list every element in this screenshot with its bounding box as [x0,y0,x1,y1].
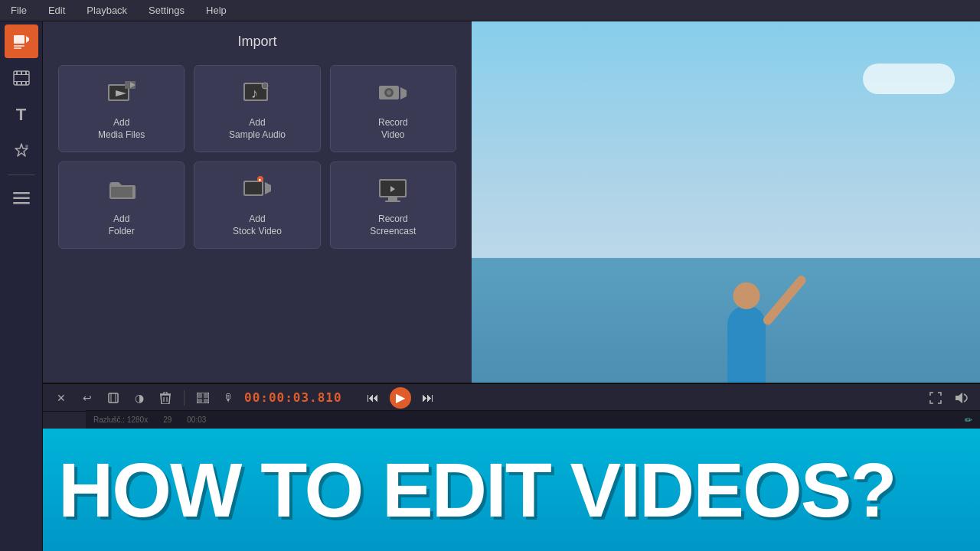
svg-marker-1 [26,36,29,43]
svg-rect-3 [14,47,21,49]
cut-tool[interactable]: ✕ [51,387,72,409]
banner-text: HOW TO EDIT VIDEOS? [58,452,896,528]
add-folder-icon [106,176,137,207]
timeline-toolbar: ✕ ↩ ◑ [43,384,980,412]
svg-text:♪: ♪ [251,86,258,101]
record-screencast-icon [377,176,408,207]
svg-rect-9 [25,71,27,74]
svg-rect-7 [16,71,18,74]
menu-edit[interactable]: Edit [44,3,70,18]
status-framerate: 29 [163,416,172,424]
effects-icon [12,142,31,161]
sidebar-icon-text[interactable]: T [5,98,38,132]
svg-rect-15 [13,197,30,200]
fullscreen-button[interactable] [925,387,946,409]
svg-rect-31 [245,182,262,194]
record-screencast-label: RecordScreencast [370,214,416,237]
status-duration: 00:03 [187,416,206,424]
fast-forward-button[interactable]: ⏭ [417,387,439,409]
status-edit-icon[interactable]: ✏ [965,415,972,425]
overlay-banner: HOW TO EDIT VIDEOS? [43,429,980,551]
svg-marker-51 [956,393,962,403]
svg-rect-16 [13,202,30,204]
svg-rect-49 [198,399,202,403]
sidebar-icon-film[interactable] [5,61,38,95]
sidebar-icon-menu[interactable] [5,181,38,215]
svg-marker-32 [265,182,271,194]
figure-head [733,282,760,309]
svg-rect-48 [204,393,208,398]
menu-settings[interactable]: Settings [144,3,189,18]
svg-text:●: ● [258,177,261,182]
svg-rect-40 [109,393,118,403]
add-media-icon [106,80,137,111]
svg-point-13 [25,145,28,148]
svg-rect-2 [14,45,24,47]
add-media-files-card[interactable]: AddMedia Files [58,65,185,152]
svg-rect-38 [385,201,400,202]
svg-rect-10 [16,82,18,85]
svg-rect-47 [198,393,202,398]
crop-tool[interactable] [103,387,124,409]
transport-controls: ⏮ ▶ ⏭ [362,387,439,409]
svg-rect-5 [14,74,29,75]
timecode-display: 00:00:03.810 [244,390,342,405]
add-folder-label: AddFolder [109,214,135,237]
tool-separator [184,390,185,406]
svg-rect-8 [21,71,22,74]
svg-point-29 [387,90,391,95]
svg-rect-50 [204,399,208,403]
film-icon [12,69,31,87]
undo-tool[interactable]: ↩ [77,387,98,409]
add-sample-audio-card[interactable]: ♪ AddSample Audio [194,65,320,152]
sidebar-icon-video[interactable] [5,24,38,58]
video-import-icon [12,32,31,51]
sidebar-icon-effects[interactable] [5,135,38,168]
add-stock-video-card[interactable]: ● AddStock Video [194,161,320,249]
svg-rect-6 [14,81,29,82]
svg-rect-12 [25,82,27,85]
volume-button[interactable] [951,387,972,409]
sidebar-divider [8,174,35,175]
record-video-label: RecordVideo [378,117,408,141]
hamburger-icon [13,192,30,204]
menu-bar: File Edit Playback Settings Help [0,0,980,21]
sidebar: T [0,21,43,551]
menu-file[interactable]: File [6,3,31,18]
add-stock-video-label: AddStock Video [233,214,282,237]
status-resolution: Razlušč.: 1280x [93,416,148,424]
add-sample-audio-icon: ♪ [242,80,273,111]
record-video-card[interactable]: RecordVideo [330,65,456,152]
add-stock-video-icon: ● [242,176,273,207]
svg-rect-14 [13,192,30,194]
thumbnail-tool[interactable] [192,387,214,409]
add-media-label: AddMedia Files [98,117,145,141]
add-sample-audio-label: AddSample Audio [229,117,286,141]
rewind-button[interactable]: ⏮ [362,387,384,409]
svg-rect-11 [21,82,22,85]
import-grid: AddMedia Files ♪ AddSample Audio [58,65,456,249]
record-screencast-card[interactable]: RecordScreencast [330,161,456,249]
menu-playback[interactable]: Playback [82,3,132,18]
menu-help[interactable]: Help [201,3,231,18]
color-tool[interactable]: ◑ [129,387,150,409]
add-folder-card[interactable]: AddFolder [58,161,185,249]
status-bar: Razlušč.: 1280x 29 00:03 ✏ [86,410,980,429]
mic-tool[interactable]: 🎙 [218,387,240,409]
svg-rect-37 [388,197,397,201]
play-button[interactable]: ▶ [390,387,411,409]
delete-tool[interactable] [155,387,176,409]
svg-point-25 [262,83,268,89]
clouds [863,64,955,94]
record-video-icon [377,80,408,111]
import-title: Import [58,34,456,50]
svg-rect-0 [14,35,24,44]
svg-marker-27 [400,87,407,99]
